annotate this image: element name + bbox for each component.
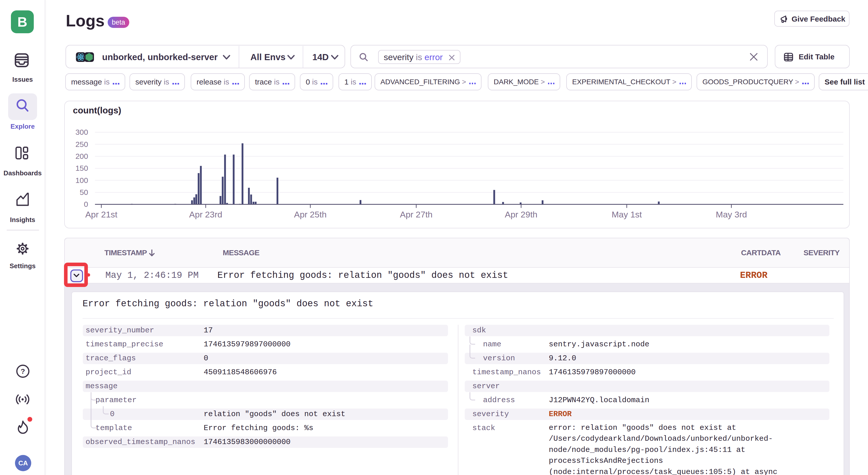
svg-text:250: 250 (75, 140, 88, 148)
svg-text:May 1st: May 1st (612, 210, 642, 219)
svg-text:150: 150 (75, 164, 88, 172)
svg-text:300: 300 (75, 128, 88, 136)
svg-text:0: 0 (84, 200, 88, 208)
svg-text:200: 200 (75, 152, 88, 160)
svg-text:50: 50 (80, 188, 88, 196)
svg-text:100: 100 (75, 176, 88, 184)
svg-text:May 3rd: May 3rd (716, 210, 747, 219)
svg-text:Apr 23rd: Apr 23rd (189, 210, 222, 219)
svg-text:Apr 27th: Apr 27th (400, 210, 433, 219)
svg-text:Apr 21st: Apr 21st (85, 210, 118, 219)
svg-text:Apr 25th: Apr 25th (294, 210, 327, 219)
svg-text:Apr 29th: Apr 29th (505, 210, 537, 219)
svg-text:?: ? (21, 367, 25, 375)
